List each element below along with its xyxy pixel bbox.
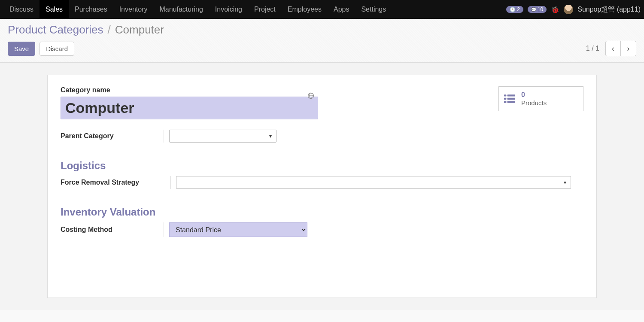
force-removal-row: Force Removal Strategy ▾: [61, 176, 583, 189]
caret-down-icon: ▾: [564, 179, 566, 185]
parent-category-label: Parent Category: [61, 132, 164, 140]
parent-category-row: Parent Category ▾: [61, 130, 583, 143]
discard-button[interactable]: Discard: [39, 42, 74, 56]
clock-icon: 🕓: [510, 7, 516, 12]
nav-item-invoicing[interactable]: Invoicing: [209, 0, 248, 19]
force-removal-label: Force Removal Strategy: [61, 179, 170, 186]
category-name-input[interactable]: [61, 97, 318, 119]
pager-next-button[interactable]: ›: [621, 41, 636, 56]
nav-item-project[interactable]: Project: [248, 0, 282, 19]
caret-down-icon: ▾: [269, 133, 272, 139]
nav-item-discuss[interactable]: Discuss: [3, 0, 39, 19]
force-removal-select[interactable]: ▾: [176, 176, 571, 189]
nav-item-inventory[interactable]: Inventory: [113, 0, 154, 19]
user-menu[interactable]: Sunpop超管 (app11): [577, 5, 641, 14]
avatar[interactable]: [564, 5, 573, 14]
nav-item-sales[interactable]: Sales: [39, 0, 69, 19]
control-buttons: Save Discard: [8, 42, 74, 56]
nav-item-apps[interactable]: Apps: [328, 0, 355, 19]
nav-item-manufacturing[interactable]: Manufacturing: [153, 0, 209, 19]
breadcrumb-parent-link[interactable]: Product Categories: [8, 23, 103, 36]
debug-icon[interactable]: 🐞: [551, 6, 559, 14]
activities-count: 2: [517, 6, 520, 12]
parent-category-select[interactable]: ▾: [169, 130, 276, 143]
breadcrumb: Product Categories / Computer: [8, 23, 636, 36]
pager-prev-button[interactable]: ‹: [605, 41, 621, 56]
inventory-valuation-section-title: Inventory Valuation: [61, 206, 583, 218]
chevron-right-icon: ›: [627, 44, 630, 53]
chat-icon: 💬: [531, 7, 536, 12]
activities-badge[interactable]: 🕓 2: [506, 6, 523, 13]
nav-item-employees[interactable]: Employees: [282, 0, 328, 19]
control-panel: Product Categories / Computer Save Disca…: [0, 19, 644, 63]
form-sheet: 0 Products Category name Parent Category…: [47, 75, 597, 298]
pager: 1 / 1 ‹ ›: [586, 41, 636, 56]
breadcrumb-current: Computer: [115, 23, 164, 36]
translate-icon[interactable]: [307, 92, 314, 99]
title-group: Category name: [61, 86, 583, 119]
logistics-section-title: Logistics: [61, 160, 583, 172]
category-name-label: Category name: [61, 86, 583, 94]
nav-right: 🕓 2 💬 10 🐞 Sunpop超管 (app11): [506, 5, 641, 14]
nav-item-settings[interactable]: Settings: [355, 0, 392, 19]
messages-count: 10: [538, 6, 543, 12]
chevron-left-icon: ‹: [612, 44, 614, 53]
breadcrumb-separator: /: [108, 23, 111, 36]
nav-item-purchases[interactable]: Purchases: [69, 0, 113, 19]
costing-method-label: Costing Method: [61, 226, 164, 234]
content-area: 0 Products Category name Parent Category…: [0, 63, 644, 310]
top-navbar: Discuss Sales Purchases Inventory Manufa…: [0, 0, 644, 19]
costing-method-select[interactable]: Standard Price: [169, 222, 307, 237]
save-button[interactable]: Save: [8, 42, 35, 56]
messages-badge[interactable]: 💬 10: [528, 6, 547, 13]
costing-method-row: Costing Method Standard Price: [61, 222, 583, 237]
nav-menu: Discuss Sales Purchases Inventory Manufa…: [3, 0, 392, 19]
pager-counter: 1 / 1: [586, 45, 599, 52]
